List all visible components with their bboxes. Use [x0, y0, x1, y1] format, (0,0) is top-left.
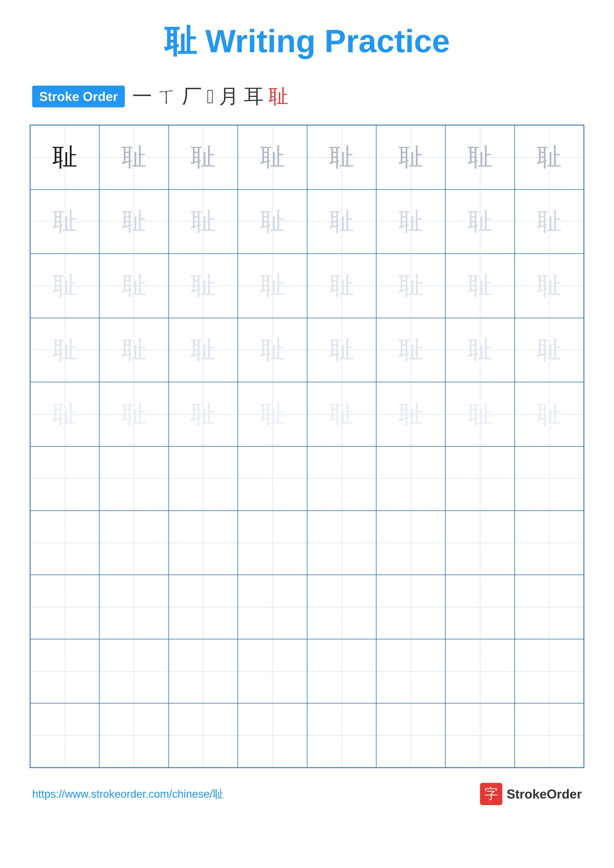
grid-cell-empty[interactable]: [515, 511, 584, 575]
practice-char: 耻: [53, 205, 77, 238]
grid-cell-empty[interactable]: [445, 446, 515, 511]
grid-cell[interactable]: 耻: [169, 254, 238, 318]
grid-cell[interactable]: 耻: [238, 189, 307, 254]
grid-cell-empty[interactable]: [30, 703, 99, 767]
grid-cell-empty[interactable]: [238, 575, 307, 639]
grid-cell[interactable]: 耻: [99, 254, 168, 318]
grid-cell[interactable]: 耻: [307, 125, 376, 189]
grid-cell[interactable]: 耻: [307, 254, 376, 318]
grid-cell[interactable]: 耻: [515, 254, 584, 318]
footer-url[interactable]: https://www.strokeorder.com/chinese/耻: [32, 787, 224, 801]
footer: https://www.strokeorder.com/chinese/耻 字 …: [30, 783, 584, 805]
stroke-7-final: 耻: [269, 83, 288, 110]
practice-char: 耻: [537, 141, 561, 174]
grid-cell[interactable]: 耻: [515, 125, 584, 189]
grid-cell-empty[interactable]: [376, 511, 445, 575]
writing-grid: 耻 耻 耻 耻 耻 耻 耻 耻 耻 耻 耻 耻 耻 耻 耻 耻 耻 耻 耻 耻 …: [30, 125, 584, 768]
grid-cell-empty[interactable]: [238, 703, 307, 767]
grid-cell-empty[interactable]: [30, 639, 99, 704]
grid-cell[interactable]: 耻: [30, 382, 99, 446]
grid-cell[interactable]: 耻: [30, 254, 99, 318]
grid-cell-empty[interactable]: [169, 446, 238, 511]
practice-char: 耻: [191, 333, 216, 367]
grid-cell-empty[interactable]: [307, 639, 376, 704]
grid-cell-empty[interactable]: [238, 639, 307, 704]
grid-cell-empty[interactable]: [376, 639, 445, 704]
practice-char: 耻: [398, 141, 423, 174]
practice-char: 耻: [398, 269, 423, 302]
grid-cell[interactable]: 耻: [445, 189, 515, 254]
grid-cell[interactable]: 耻: [307, 382, 376, 446]
grid-cell-empty[interactable]: [515, 639, 584, 704]
practice-char: 耻: [121, 205, 146, 238]
grid-cell[interactable]: 耻: [238, 382, 307, 446]
grid-cell-empty[interactable]: [515, 575, 584, 639]
grid-cell[interactable]: 耻: [30, 189, 99, 254]
grid-cell-empty[interactable]: [169, 575, 238, 639]
grid-cell-empty[interactable]: [99, 639, 168, 704]
grid-cell[interactable]: 耻: [445, 125, 515, 189]
grid-cell[interactable]: 耻: [169, 382, 238, 446]
grid-cell-empty[interactable]: [445, 703, 515, 767]
grid-cell-empty[interactable]: [515, 703, 584, 767]
grid-cell-empty[interactable]: [99, 446, 168, 511]
grid-cell-empty[interactable]: [515, 446, 584, 511]
grid-cell[interactable]: 耻: [515, 189, 584, 254]
grid-cell[interactable]: 耻: [307, 189, 376, 254]
grid-cell[interactable]: 耻: [99, 189, 168, 254]
grid-cell[interactable]: 耻: [30, 318, 99, 382]
practice-char: 耻: [537, 269, 561, 302]
grid-cell-empty[interactable]: [376, 703, 445, 767]
grid-cell-empty[interactable]: [376, 446, 445, 511]
grid-cell[interactable]: 耻: [169, 318, 238, 382]
grid-cell-empty[interactable]: [99, 575, 168, 639]
grid-cell-empty[interactable]: [169, 639, 238, 704]
grid-cell-empty[interactable]: [307, 575, 376, 639]
grid-cell[interactable]: 耻: [376, 382, 445, 446]
grid-cell[interactable]: 耻: [515, 382, 584, 446]
grid-cell-empty[interactable]: [99, 703, 168, 767]
stroke-sequence: 一 ㄒ 厂 𠃊 月 耳 耻: [132, 83, 288, 110]
grid-cell-empty[interactable]: [238, 511, 307, 575]
grid-cell[interactable]: 耻: [515, 318, 584, 382]
grid-cell[interactable]: 耻: [445, 318, 515, 382]
grid-cell-empty[interactable]: [30, 446, 99, 511]
grid-cell[interactable]: 耻: [169, 189, 238, 254]
grid-cell-empty[interactable]: [169, 511, 238, 575]
grid-cell[interactable]: 耻: [376, 318, 445, 382]
practice-char: 耻: [121, 141, 146, 174]
practice-char: 耻: [121, 398, 146, 431]
grid-cell[interactable]: 耻: [99, 318, 168, 382]
grid-cell[interactable]: 耻: [99, 125, 168, 189]
grid-cell[interactable]: 耻: [238, 125, 307, 189]
practice-char: 耻: [537, 333, 561, 367]
grid-cell-empty[interactable]: [238, 446, 307, 511]
grid-cell[interactable]: 耻: [445, 382, 515, 446]
grid-cell-empty[interactable]: [307, 446, 376, 511]
grid-cell-empty[interactable]: [99, 511, 168, 575]
footer-logo: 字 StrokeOrder: [480, 783, 582, 805]
grid-cell-empty[interactable]: [30, 511, 99, 575]
grid-cell[interactable]: 耻: [376, 125, 445, 189]
practice-char: 耻: [398, 398, 423, 431]
grid-cell[interactable]: 耻: [376, 189, 445, 254]
grid-cell[interactable]: 耻: [445, 254, 515, 318]
grid-cell[interactable]: 耻: [238, 254, 307, 318]
grid-cell-empty[interactable]: [307, 511, 376, 575]
grid-cell[interactable]: 耻: [238, 318, 307, 382]
grid-cell[interactable]: 耻: [30, 125, 99, 189]
grid-cell[interactable]: 耻: [99, 382, 168, 446]
grid-cell-empty[interactable]: [307, 703, 376, 767]
grid-cell[interactable]: 耻: [376, 254, 445, 318]
practice-char: 耻: [260, 141, 285, 174]
grid-cell-empty[interactable]: [445, 639, 515, 704]
grid-cell-empty[interactable]: [445, 511, 515, 575]
practice-char: 耻: [191, 205, 216, 238]
grid-cell[interactable]: 耻: [169, 125, 238, 189]
practice-char: 耻: [329, 333, 354, 367]
grid-cell-empty[interactable]: [169, 703, 238, 767]
grid-cell-empty[interactable]: [445, 575, 515, 639]
grid-cell[interactable]: 耻: [307, 318, 376, 382]
grid-cell-empty[interactable]: [376, 575, 445, 639]
grid-cell-empty[interactable]: [30, 575, 99, 639]
